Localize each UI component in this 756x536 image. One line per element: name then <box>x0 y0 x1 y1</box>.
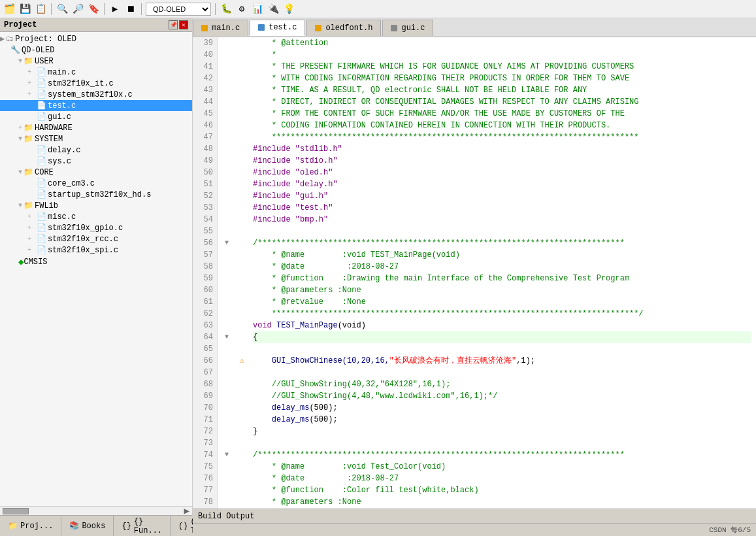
target-dropdown[interactable]: QD-OLED <box>146 3 211 16</box>
code-line: * @date :2018-08-27 <box>253 261 751 273</box>
code-line: * @function :Drawing the main Interface … <box>253 273 751 284</box>
collapse-toggle <box>218 473 236 484</box>
tree-item[interactable]: +📄stm32f10x_it.c <box>0 78 192 89</box>
tab-bar: main.ctest.coledfont.hgui.c <box>193 18 756 37</box>
tree-item[interactable]: 🔧QD-OLED <box>0 44 192 56</box>
panel-pin-button[interactable]: 📌 <box>169 20 178 29</box>
bottom-tab-icon: () <box>178 522 188 531</box>
toolbar-icon-10[interactable]: 💡 <box>282 3 295 16</box>
warning-indicator <box>236 343 248 355</box>
tree-item[interactable]: +📄system_stm32f10x.c <box>0 89 192 100</box>
code-segment: "gui.h" <box>295 192 328 201</box>
toolbar-icon-1[interactable]: 🗂️ <box>3 3 16 16</box>
tab-label: test.c <box>269 23 297 32</box>
line-number: 51 <box>197 178 213 190</box>
bottom-tab-books[interactable]: 📚Books <box>61 516 114 536</box>
panel-close-button[interactable]: ✕ <box>179 20 188 29</box>
line-number: 52 <box>197 190 213 202</box>
tree-item[interactable]: ▼📁SYSTEM <box>0 133 192 144</box>
toolbar-icon-5[interactable]: 🔎 <box>71 3 84 16</box>
code-segment: * @name :void Test_Color(void) <box>253 462 446 471</box>
collapse-toggle <box>218 484 236 496</box>
line-number: 75 <box>197 461 213 473</box>
code-line: #include "stdlib.h" <box>253 143 751 155</box>
toolbar-icon-build[interactable]: ▶ <box>108 3 122 16</box>
toolbar-icon-8[interactable]: 📊 <box>251 3 264 16</box>
tab-label: main.c <box>212 24 240 33</box>
tree-item[interactable]: ◆CMSIS <box>0 256 192 268</box>
code-segment: * DIRECT, INDIRECT OR CONSEQUENTIAL DAMA… <box>253 97 639 107</box>
toolbar-icon-3[interactable]: 📋 <box>34 3 47 16</box>
code-line: * DIRECT, INDIRECT OR CONSEQUENTIAL DAMA… <box>253 96 751 108</box>
code-line: * @parameters :None <box>253 284 751 296</box>
code-line: void TEST_MainPage(void) <box>253 320 751 331</box>
toolbar-icon-2[interactable]: 💾 <box>18 3 31 16</box>
code-content[interactable]: * @attention * * THE PRESENT FIRMWARE WH… <box>248 37 756 509</box>
tab-test_c[interactable]: test.c <box>250 20 305 36</box>
tree-item[interactable]: +📄stm32f10x_spi.c <box>0 244 192 256</box>
code-container[interactable]: 3940414243444546474849505152535455565758… <box>193 37 756 509</box>
toolbar-icon-9[interactable]: 🔌 <box>267 3 280 16</box>
bottom-tab-proj---[interactable]: 📁Proj... <box>0 516 61 536</box>
collapse-toggle[interactable]: ▼ <box>218 331 236 343</box>
tree-item[interactable]: 📄startup_stm32f10x_hd.s <box>0 189 192 200</box>
code-line <box>253 367 751 378</box>
toolbar-icon-stop[interactable]: ⏹ <box>124 3 137 16</box>
toolbar-icon-6[interactable]: 🔖 <box>87 3 100 16</box>
collapse-toggle <box>218 37 236 49</box>
code-segment: #include <box>253 156 295 165</box>
code-line: * @parameters :None <box>253 496 751 508</box>
warning-indicator <box>236 226 248 237</box>
tree-item[interactable]: ▼📁USER <box>0 56 192 67</box>
collapse-toggle <box>218 355 236 367</box>
code-segment: * @parameters :None <box>253 286 361 295</box>
warning-indicator <box>236 190 248 202</box>
tab-main_c[interactable]: main.c <box>193 20 248 36</box>
collapse-toggle[interactable]: ▼ <box>218 237 236 249</box>
warning-indicator <box>236 473 248 484</box>
code-line: #include "bmp.h" <box>253 214 751 226</box>
code-segment: * WITH CODING INFORMATION REGARDING THEI… <box>253 74 629 83</box>
tab-gui_c[interactable]: gui.c <box>382 20 433 36</box>
tree-item[interactable]: 📄delay.c <box>0 144 192 156</box>
toolbar-icon-debug[interactable]: 🐛 <box>220 3 233 16</box>
panel-hscroll[interactable]: ▶ <box>0 506 192 515</box>
toolbar-icon-7[interactable]: ⚙️ <box>235 3 248 16</box>
code-segment: "delay.h" <box>295 180 338 189</box>
tree-item[interactable]: +📄misc.c <box>0 211 192 222</box>
code-segment: TEST_MainPage <box>276 321 338 330</box>
code-line: * @function :Color fill test(white,black… <box>253 484 751 496</box>
collapse-toggle <box>218 167 236 178</box>
toolbar-sep-3 <box>141 3 142 15</box>
tree-item[interactable]: 📄core_cm3.c <box>0 178 192 189</box>
bottom-tab----fun---[interactable]: {}{} Fun... <box>114 516 171 536</box>
code-line: * TIME. AS A RESULT, QD electronic SHALL… <box>253 84 751 96</box>
tree-item[interactable]: 📄sys.c <box>0 156 192 167</box>
collapse-toggle <box>218 308 236 320</box>
code-segment: "stdlib.h" <box>295 144 342 154</box>
project-tree-scroll[interactable]: ▶🗂Project: OLED🔧QD-OLED▼📁USER+📄main.c+📄s… <box>0 32 192 506</box>
tree-item[interactable]: +📁HARDWARE <box>0 122 192 133</box>
collapse-toggle <box>218 437 236 449</box>
tree-item[interactable]: 📄gui.c <box>0 111 192 122</box>
tree-item[interactable]: ▶🗂Project: OLED <box>0 33 192 44</box>
warning-indicator <box>236 273 248 284</box>
code-segment: ,1); <box>516 356 535 365</box>
tree-item[interactable]: +📄stm32f10x_rcc.c <box>0 233 192 244</box>
tree-item[interactable]: +📄stm32f10x_gpio.c <box>0 222 192 233</box>
code-segment: /***************************************… <box>253 450 625 460</box>
toolbar-icon-4[interactable]: 🔍 <box>56 3 69 16</box>
code-segment: * @date :2018-08-27 <box>253 262 399 271</box>
tree-item[interactable]: 📄test.c <box>0 100 192 111</box>
tab-oledfont_h[interactable]: oledfont.h <box>306 20 381 36</box>
warning-indicator <box>236 49 248 61</box>
tree-item[interactable]: ▼📁FWLib <box>0 200 192 211</box>
line-number: 73 <box>197 437 213 449</box>
warning-indicator <box>236 367 248 378</box>
code-segment: (void) <box>338 321 366 330</box>
line-number: 74 <box>197 449 213 461</box>
collapse-toggle[interactable]: ▼ <box>218 449 236 461</box>
tree-item[interactable]: +📄main.c <box>0 67 192 78</box>
code-line: #include "gui.h" <box>253 190 751 202</box>
tree-item[interactable]: ▼📁CORE <box>0 167 192 178</box>
